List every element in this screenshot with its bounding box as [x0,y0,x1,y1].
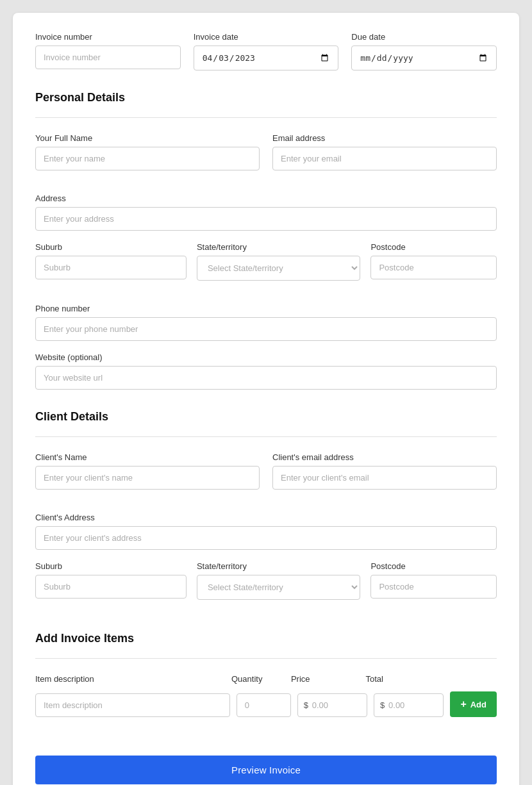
client-postcode-label: Postcode [370,561,497,571]
add-item-button[interactable]: + Add [450,691,497,717]
invoice-form: Invoice number Invoice date Due date Per… [13,13,519,785]
client-email-label: Client's email address [272,452,497,462]
postcode-field: Postcode [370,242,497,292]
client-state-select[interactable]: Select State/territory NSW VIC QLD SA WA… [197,575,361,600]
full-name-field: Your Full Name [35,133,260,170]
plus-icon: + [460,698,466,710]
price-prefix: $ [304,700,308,710]
email-input[interactable] [272,147,497,170]
invoice-date-label: Invoice date [194,32,339,42]
client-suburb-state-postcode-row: Suburb State/territory Select State/terr… [35,561,497,611]
invoice-items-title: Add Invoice Items [35,632,497,645]
items-input-row: $ $ + Add [35,691,497,717]
email-label: Email address [272,133,497,143]
address-field: Address [35,194,497,231]
invoice-number-field: Invoice number [35,32,181,70]
invoice-items-section: Add Invoice Items Item description Quant… [35,632,497,717]
suburb-input[interactable] [35,256,187,279]
client-suburb-input[interactable] [35,575,187,599]
postcode-input[interactable] [370,256,497,279]
client-postcode-input[interactable] [370,575,497,599]
client-postcode-field: Postcode [370,561,497,611]
quantity-input-container [237,693,291,717]
phone-input[interactable] [35,317,497,341]
personal-details-section: Personal Details Your Full Name Email ad… [35,91,497,390]
item-desc-input[interactable] [35,693,230,717]
client-name-input[interactable] [35,466,260,490]
quantity-col-header: Quantity [231,674,285,684]
item-desc-input-container [35,693,230,717]
website-label: Website (optional) [35,352,497,362]
client-address-input[interactable] [35,526,497,550]
postcode-label: Postcode [370,242,497,252]
total-col-header: Total [365,674,434,684]
client-email-field: Client's email address [272,452,497,501]
items-divider [35,658,497,659]
price-col-header: Price [291,674,360,684]
quantity-input[interactable] [237,693,291,717]
client-name-label: Client's Name [35,452,260,462]
due-date-input[interactable] [351,45,497,70]
invoice-date-input[interactable] [194,45,339,70]
suburb-state-postcode-row: Suburb State/territory Select State/terr… [35,242,497,292]
address-label: Address [35,194,497,203]
total-wrapper: $ [374,693,444,717]
total-prefix: $ [380,700,385,710]
invoice-header: Invoice number Invoice date Due date [35,32,497,70]
invoice-number-input[interactable] [35,45,181,69]
state-field: State/territory Select State/territory N… [197,242,361,281]
personal-divider [35,117,497,118]
phone-label: Phone number [35,304,497,313]
address-input[interactable] [35,207,497,231]
full-name-input[interactable] [35,147,260,170]
client-name-field: Client's Name [35,452,260,490]
client-divider [35,436,497,437]
client-email-input[interactable] [272,466,497,490]
client-name-email-row: Client's Name Client's email address [35,452,497,501]
client-address-label: Client's Address [35,513,497,522]
client-suburb-label: Suburb [35,561,187,571]
invoice-date-field: Invoice date [194,32,339,70]
price-input-container: $ [297,693,367,717]
email-field: Email address [272,133,497,182]
add-button-container: + Add [450,691,497,717]
add-button-label: Add [470,700,486,709]
client-details-title: Client Details [35,410,497,424]
client-state-field: State/territory Select State/territory N… [197,561,361,600]
client-state-label: State/territory [197,561,361,571]
total-input-container: $ [374,693,444,717]
due-date-label: Due date [351,32,497,42]
client-address-field: Client's Address [35,513,497,550]
add-col-spacer [440,674,497,684]
full-name-label: Your Full Name [35,133,260,143]
name-email-row: Your Full Name Email address [35,133,497,182]
items-column-headers: Item description Quantity Price Total [35,674,497,684]
client-details-section: Client Details Client's Name Client's em… [35,410,497,611]
website-input[interactable] [35,366,497,390]
website-field: Website (optional) [35,352,497,390]
phone-field: Phone number [35,304,497,341]
suburb-field: Suburb [35,242,187,281]
preview-invoice-button[interactable]: Preview Invoice [35,756,497,784]
price-wrapper: $ [297,693,367,717]
due-date-field: Due date [351,32,497,70]
invoice-number-label: Invoice number [35,32,181,42]
state-label: State/territory [197,242,361,252]
item-desc-col-header: Item description [35,674,225,684]
suburb-label: Suburb [35,242,187,252]
personal-details-title: Personal Details [35,91,497,104]
state-select[interactable]: Select State/territory NSW VIC QLD SA WA… [197,256,361,281]
client-suburb-field: Suburb [35,561,187,600]
